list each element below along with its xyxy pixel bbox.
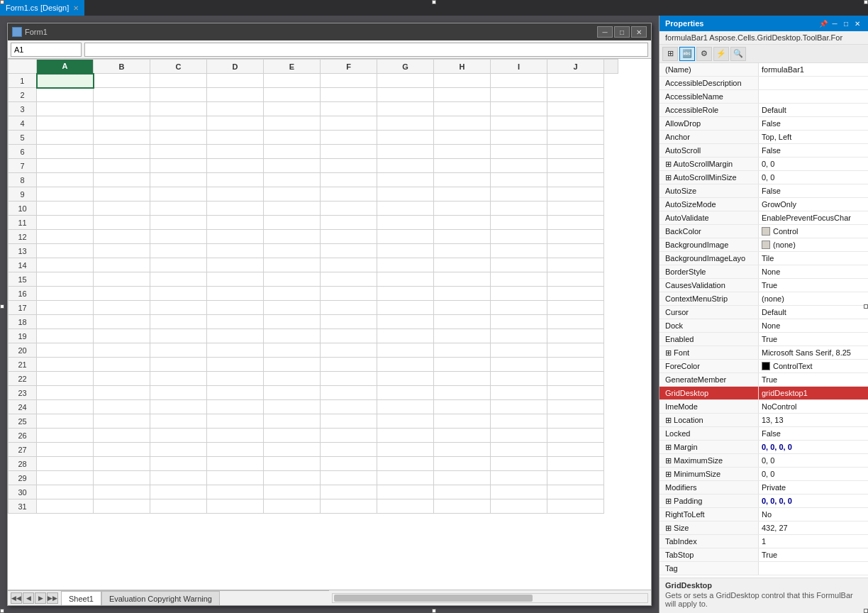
cell[interactable] (491, 457, 547, 471)
prop-row[interactable]: BackgroundImageLayoTile (660, 252, 868, 265)
cell[interactable] (547, 244, 604, 258)
cell[interactable] (547, 499, 604, 514)
prop-row[interactable]: AutoScrollFalse (660, 144, 868, 158)
cell[interactable] (434, 343, 491, 358)
cell[interactable] (321, 116, 377, 131)
cell[interactable] (491, 329, 547, 343)
cell[interactable] (321, 102, 377, 116)
cell[interactable] (434, 386, 491, 400)
cell[interactable] (37, 216, 94, 230)
cell[interactable] (377, 116, 434, 131)
cell[interactable] (207, 88, 264, 102)
cell[interactable] (321, 315, 377, 329)
col-header-G[interactable]: G (377, 60, 434, 74)
col-header-H[interactable]: H (434, 60, 491, 74)
cell[interactable] (547, 414, 604, 429)
cell[interactable] (547, 287, 604, 301)
cell[interactable] (321, 287, 377, 301)
cell[interactable] (547, 187, 604, 201)
cell[interactable] (207, 258, 264, 272)
cell[interactable] (264, 173, 321, 187)
prop-row[interactable]: BackgroundImage(none) (660, 238, 868, 252)
cell[interactable] (321, 358, 377, 372)
cell[interactable] (434, 145, 491, 159)
cell[interactable] (547, 116, 604, 131)
cell[interactable] (434, 329, 491, 343)
cell[interactable] (321, 88, 377, 102)
cell[interactable] (264, 131, 321, 145)
cell[interactable] (264, 499, 321, 514)
cell[interactable] (264, 329, 321, 343)
prop-row[interactable]: (Name)formulaBar1 (660, 63, 868, 77)
cell[interactable] (264, 301, 321, 315)
prop-maximize-button[interactable]: □ (841, 18, 851, 28)
cell[interactable] (321, 443, 377, 457)
prop-row[interactable]: AutoSizeModeGrowOnly (660, 198, 868, 211)
prop-row[interactable]: ⊞ FontMicrosoft Sans Serif, 8.25 (660, 346, 868, 360)
cell[interactable] (547, 400, 604, 414)
cell[interactable] (37, 145, 94, 159)
cell[interactable] (37, 343, 94, 358)
cell[interactable] (150, 88, 207, 102)
cell[interactable] (150, 187, 207, 201)
cell[interactable] (547, 386, 604, 400)
cell[interactable] (150, 329, 207, 343)
cell[interactable] (434, 272, 491, 287)
cell[interactable] (434, 159, 491, 173)
prop-row[interactable]: RightToLeftNo (660, 508, 868, 521)
prop-row[interactable]: BackColorControl (660, 225, 868, 238)
cell[interactable] (207, 102, 264, 116)
cell[interactable] (150, 358, 207, 372)
cell[interactable] (547, 145, 604, 159)
cell[interactable] (37, 258, 94, 272)
cell[interactable] (94, 343, 150, 358)
cell[interactable] (150, 471, 207, 485)
cell[interactable] (150, 201, 207, 216)
cell[interactable] (434, 74, 491, 88)
cell[interactable] (207, 429, 264, 443)
cell[interactable] (150, 485, 207, 499)
prop-row[interactable]: AutoValidateEnablePreventFocusChar (660, 211, 868, 225)
cell[interactable] (377, 272, 434, 287)
cell[interactable] (377, 173, 434, 187)
cell[interactable] (491, 429, 547, 443)
cell[interactable] (150, 287, 207, 301)
cell[interactable] (377, 145, 434, 159)
cell[interactable] (150, 244, 207, 258)
cell[interactable] (150, 74, 207, 88)
cell[interactable] (264, 74, 321, 88)
properties-list[interactable]: (Name)formulaBar1AccessibleDescriptionAc… (660, 63, 868, 578)
prop-row[interactable]: GenerateMemberTrue (660, 373, 868, 387)
cell[interactable] (377, 429, 434, 443)
cell[interactable] (207, 131, 264, 145)
cell[interactable] (377, 131, 434, 145)
cell[interactable] (150, 216, 207, 230)
cell[interactable] (150, 301, 207, 315)
prop-row[interactable]: AccessibleName (660, 90, 868, 104)
formula-input[interactable] (84, 43, 648, 57)
cell[interactable] (491, 145, 547, 159)
cell[interactable] (377, 372, 434, 386)
cell[interactable] (321, 187, 377, 201)
cell[interactable] (547, 88, 604, 102)
cell[interactable] (547, 102, 604, 116)
col-header-D[interactable]: D (207, 60, 264, 74)
cell[interactable] (37, 272, 94, 287)
cell[interactable] (377, 187, 434, 201)
prop-row[interactable]: DockNone (660, 319, 868, 333)
cell[interactable] (264, 471, 321, 485)
cell[interactable] (547, 358, 604, 372)
handle-bot-center[interactable] (432, 609, 436, 613)
prop-minimize-button[interactable]: ─ (830, 18, 840, 28)
cell[interactable] (321, 329, 377, 343)
cell[interactable] (321, 258, 377, 272)
cell[interactable] (491, 386, 547, 400)
sheet-nav-first[interactable]: ◀◀ (11, 592, 22, 604)
cell[interactable] (150, 372, 207, 386)
cell[interactable] (321, 145, 377, 159)
cell[interactable] (321, 244, 377, 258)
cell[interactable] (434, 88, 491, 102)
cell[interactable] (321, 131, 377, 145)
cell[interactable] (150, 429, 207, 443)
cell[interactable] (94, 131, 150, 145)
